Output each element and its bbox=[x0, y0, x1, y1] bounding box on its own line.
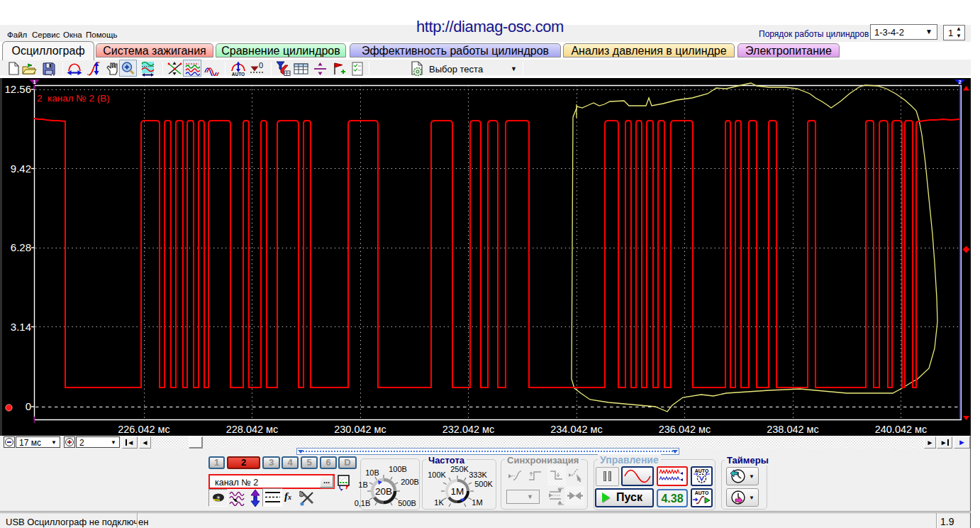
svg-text:230.042 мс: 230.042 мс bbox=[334, 424, 386, 435]
svg-text:0: 0 bbox=[259, 61, 263, 70]
svg-text:226.042 мс: 226.042 мс bbox=[118, 424, 170, 435]
svg-text:2 канал № 2 (В): 2 канал № 2 (В) bbox=[37, 93, 110, 104]
svg-text:AUTO: AUTO bbox=[695, 490, 709, 495]
svg-text:236.042 мс: 236.042 мс bbox=[659, 424, 711, 435]
svg-text:9.42: 9.42 bbox=[11, 163, 31, 175]
svg-text:238.042 мс: 238.042 мс bbox=[767, 424, 819, 435]
svg-text:240.042 мс: 240.042 мс bbox=[875, 424, 928, 435]
svg-text:1: 1 bbox=[33, 79, 35, 85]
svg-text:AUTO: AUTO bbox=[232, 72, 245, 77]
svg-text:232.042 мс: 232.042 мс bbox=[442, 424, 495, 435]
svg-text:228.042 мс: 228.042 мс bbox=[226, 424, 279, 435]
svg-text:20В: 20В bbox=[375, 486, 392, 497]
svg-text:1М: 1М bbox=[451, 486, 464, 497]
svg-text:234.042 мс: 234.042 мс bbox=[550, 424, 603, 435]
svg-text:3.14: 3.14 bbox=[11, 321, 31, 333]
svg-text:2: 2 bbox=[958, 79, 961, 85]
svg-text:12.56: 12.56 bbox=[4, 83, 31, 95]
svg-text:0: 0 bbox=[26, 400, 31, 412]
svg-text:6.28: 6.28 bbox=[11, 241, 31, 253]
